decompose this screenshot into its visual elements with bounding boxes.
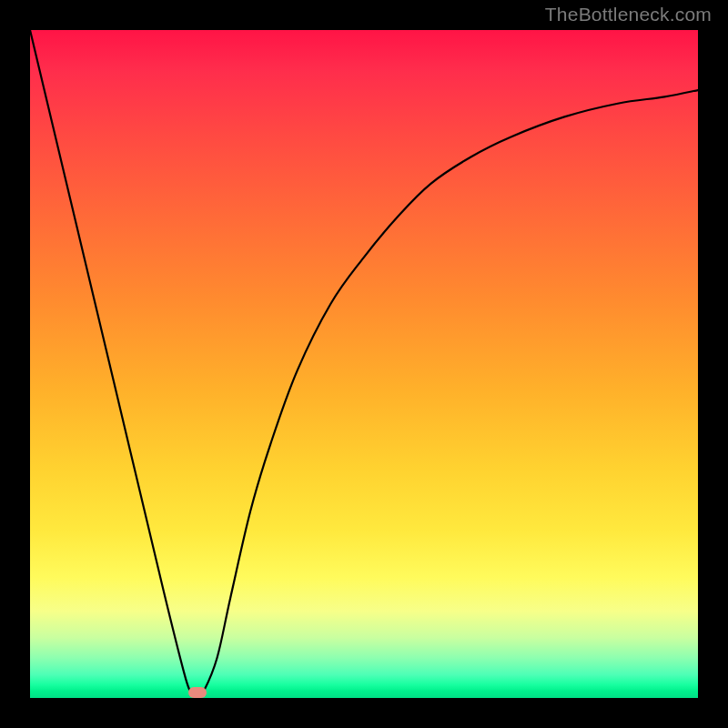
- min-marker: [188, 687, 207, 698]
- watermark-text: TheBottleneck.com: [545, 4, 712, 25]
- curve-svg: [30, 30, 698, 698]
- chart-frame: TheBottleneck.com: [0, 0, 728, 728]
- plot-area: [30, 30, 698, 698]
- bottleneck-curve-path: [30, 30, 698, 698]
